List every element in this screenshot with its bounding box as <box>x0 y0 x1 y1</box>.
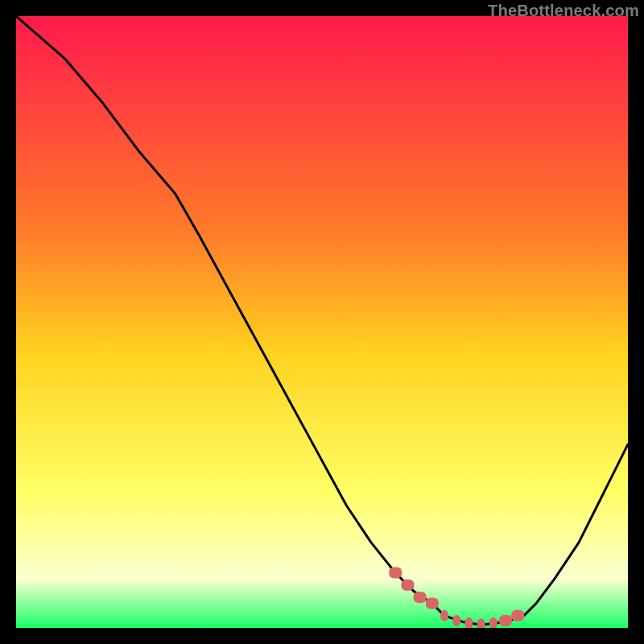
marker-point <box>499 615 512 626</box>
marker-point <box>452 615 460 626</box>
marker-point <box>440 610 448 621</box>
marker-point <box>426 598 439 609</box>
marker-point <box>401 580 414 591</box>
marker-point <box>389 568 402 579</box>
gradient-background <box>16 16 628 628</box>
marker-point <box>464 617 473 628</box>
marker-point <box>489 617 497 628</box>
marker-point <box>477 618 485 628</box>
bottleneck-plot <box>16 16 628 628</box>
marker-point <box>414 592 427 603</box>
marker-point <box>511 610 524 621</box>
chart-frame <box>16 16 628 628</box>
watermark-text: TheBottleneck.com <box>488 2 639 20</box>
